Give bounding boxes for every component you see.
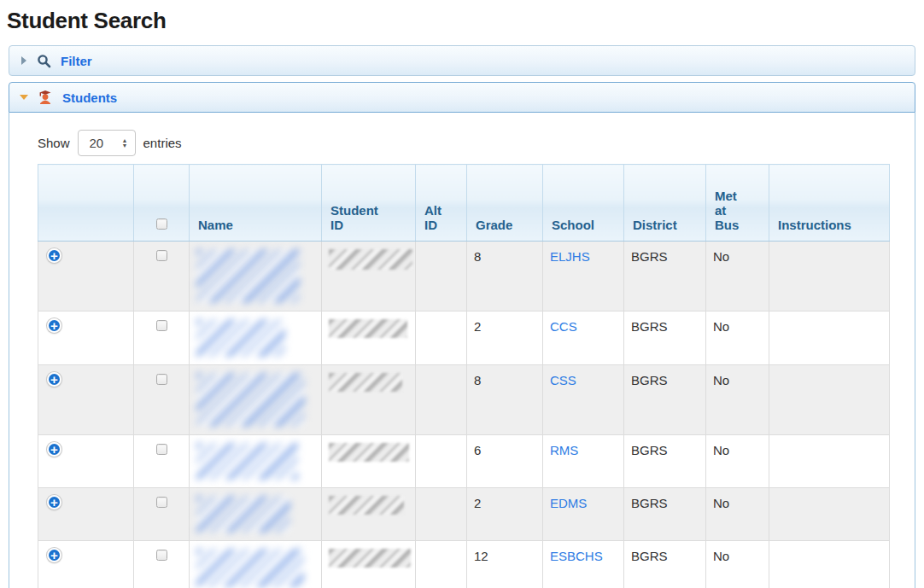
- met-at-bus-cell: No: [706, 435, 769, 488]
- students-panel-body: Show 20 entries: [9, 113, 915, 588]
- expand-row-button[interactable]: [47, 442, 61, 457]
- instructions-cell: [769, 541, 890, 588]
- expand-row-button[interactable]: [47, 548, 61, 562]
- caret-down-icon: [20, 95, 28, 100]
- entries-label: entries: [143, 136, 182, 150]
- district-cell: BGRS: [624, 488, 706, 541]
- redacted-student-id: [329, 496, 404, 515]
- expand-row-button[interactable]: [47, 318, 61, 333]
- redacted-name: [196, 443, 298, 480]
- district-cell: BGRS: [624, 541, 706, 588]
- alt-id-cell: [416, 365, 467, 435]
- expand-row-button[interactable]: [47, 372, 61, 387]
- students-panel-header[interactable]: Students: [9, 82, 915, 113]
- col-header-met-at-bus[interactable]: Met at Bus: [706, 165, 769, 242]
- alt-id-cell: [416, 311, 467, 365]
- met-at-bus-cell: No: [706, 242, 769, 311]
- school-link[interactable]: RMS: [550, 443, 578, 457]
- redacted-name: [196, 249, 300, 303]
- school-link[interactable]: CCS: [550, 319, 577, 334]
- col-header-name[interactable]: Name: [190, 165, 322, 242]
- show-entries-control: Show 20 entries: [38, 130, 915, 156]
- table-row: 8 CSS BGRS No: [38, 365, 890, 435]
- instructions-cell: [769, 365, 890, 435]
- row-checkbox[interactable]: [156, 444, 167, 455]
- students-table: Name Student ID Alt ID Grade School Dist…: [38, 164, 890, 588]
- instructions-cell: [769, 242, 890, 311]
- alt-id-cell: [416, 242, 467, 311]
- expand-row-button[interactable]: [47, 248, 61, 263]
- col-header-student-id[interactable]: Student ID: [322, 165, 416, 242]
- student-icon: [38, 90, 53, 105]
- school-link[interactable]: ELJHS: [550, 249, 590, 264]
- page-title: Student Search: [7, 8, 924, 34]
- table-row: 2 CCS BGRS No: [38, 311, 890, 365]
- select-all-checkbox[interactable]: [156, 218, 167, 230]
- redacted-name: [196, 319, 285, 357]
- students-panel-label: Students: [62, 90, 117, 105]
- show-label: Show: [38, 136, 70, 150]
- grade-cell: 8: [467, 365, 543, 435]
- instructions-cell: [769, 488, 890, 541]
- redacted-student-id: [329, 549, 411, 568]
- row-checkbox[interactable]: [156, 250, 167, 261]
- redacted-name: [196, 549, 304, 587]
- met-at-bus-cell: No: [706, 311, 769, 365]
- redacted-name: [196, 496, 290, 533]
- instructions-cell: [769, 311, 890, 365]
- table-row: 8 ELJHS BGRS No: [38, 242, 890, 311]
- table-header-row: Name Student ID Alt ID Grade School Dist…: [38, 165, 890, 242]
- students-panel: Students Show 20 entries: [9, 82, 915, 588]
- grade-cell: 12: [467, 541, 543, 588]
- met-at-bus-cell: No: [706, 365, 769, 435]
- filter-panel-header[interactable]: Filter: [9, 45, 915, 76]
- expand-row-button[interactable]: [47, 495, 61, 509]
- redacted-student-id: [329, 373, 402, 392]
- col-header-instructions[interactable]: Instructions: [769, 165, 890, 242]
- col-header-select-all: [134, 165, 190, 242]
- grade-cell: 8: [467, 242, 543, 311]
- table-row: 6 RMS BGRS No: [38, 435, 890, 488]
- row-checkbox[interactable]: [156, 550, 167, 561]
- district-cell: BGRS: [624, 365, 706, 435]
- col-header-expand: [38, 165, 134, 242]
- grade-cell: 6: [467, 435, 543, 488]
- table-row: 12 ESBCHS BGRS No: [38, 541, 890, 588]
- district-cell: BGRS: [624, 311, 706, 365]
- alt-id-cell: [416, 435, 467, 488]
- row-checkbox[interactable]: [156, 320, 167, 331]
- col-header-grade[interactable]: Grade: [467, 165, 543, 242]
- redacted-student-id: [329, 443, 409, 462]
- school-link[interactable]: ESBCHS: [550, 549, 603, 563]
- filter-panel: Filter: [9, 45, 915, 76]
- col-header-alt-id[interactable]: Alt ID: [416, 165, 467, 242]
- col-header-district[interactable]: District: [624, 165, 706, 242]
- redacted-name: [196, 373, 305, 427]
- instructions-cell: [769, 435, 890, 488]
- met-at-bus-cell: No: [706, 541, 769, 588]
- district-cell: BGRS: [624, 242, 706, 311]
- caret-right-icon: [21, 56, 26, 65]
- page-size-select-wrap: 20: [78, 130, 136, 156]
- row-checkbox[interactable]: [156, 497, 167, 508]
- col-header-school[interactable]: School: [543, 165, 624, 242]
- grade-cell: 2: [467, 488, 543, 541]
- redacted-student-id: [329, 319, 407, 338]
- page-size-select[interactable]: 20: [78, 130, 136, 156]
- filter-panel-label: Filter: [61, 54, 92, 68]
- row-checkbox[interactable]: [156, 374, 167, 385]
- redacted-student-id: [329, 249, 412, 270]
- search-icon: [36, 53, 51, 68]
- school-link[interactable]: EDMS: [550, 496, 587, 510]
- met-at-bus-cell: No: [706, 488, 769, 541]
- table-row: 2 EDMS BGRS No: [38, 488, 890, 541]
- district-cell: BGRS: [624, 435, 706, 488]
- school-link[interactable]: CSS: [550, 373, 576, 387]
- grade-cell: 2: [467, 311, 543, 365]
- alt-id-cell: [416, 488, 467, 541]
- alt-id-cell: [416, 541, 467, 588]
